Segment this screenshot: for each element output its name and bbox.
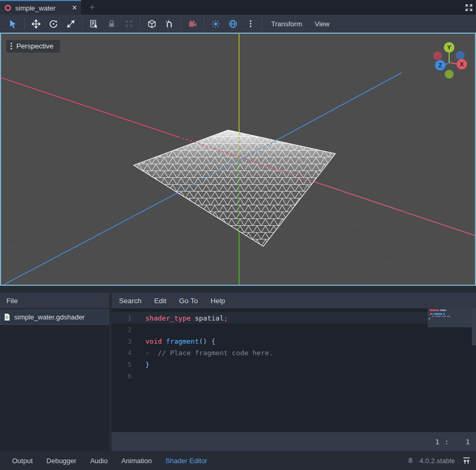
scene-tab[interactable]: simple_water × bbox=[0, 0, 81, 15]
tab-close-icon[interactable]: × bbox=[72, 4, 77, 12]
line-content: shader_type spatial; bbox=[132, 314, 228, 322]
code-lines: 1shader_type spatial;23void fragment() {… bbox=[112, 308, 476, 382]
caret-line: 1 bbox=[435, 438, 440, 446]
view-menu[interactable]: View bbox=[309, 17, 336, 31]
edit-menu[interactable]: Edit bbox=[148, 297, 173, 305]
line-number: 4 bbox=[112, 349, 132, 357]
toolbar-separator bbox=[262, 18, 262, 29]
perspective-menu[interactable]: Perspective bbox=[6, 40, 60, 53]
line-content: void fragment() { bbox=[132, 337, 215, 345]
extra-options-icon[interactable] bbox=[242, 17, 259, 31]
notification-bell-icon[interactable] bbox=[406, 457, 414, 465]
code-line[interactable]: 6 bbox=[112, 370, 476, 382]
search-menu[interactable]: Search bbox=[113, 297, 148, 305]
help-menu[interactable]: Help bbox=[204, 297, 232, 305]
code-line[interactable]: 5} bbox=[112, 358, 476, 370]
code-line[interactable]: 1shader_type spatial; bbox=[112, 312, 476, 324]
environment-icon[interactable] bbox=[224, 17, 242, 31]
tab-output[interactable]: Output bbox=[5, 457, 39, 465]
bottom-panel-bar: Output Debugger Audio Animation Shader E… bbox=[0, 451, 476, 470]
viewport-canvas[interactable]: Y X Z bbox=[1, 34, 475, 285]
toolbar-separator bbox=[181, 18, 181, 29]
code-line[interactable]: 2 bbox=[112, 324, 476, 335]
version-label: 4.0.2.stable bbox=[420, 457, 455, 465]
lock-icon[interactable] bbox=[103, 17, 120, 31]
editor-status-row: 1 : 1 bbox=[112, 432, 476, 451]
file-menu[interactable]: File bbox=[6, 297, 18, 305]
water-plane-mesh[interactable] bbox=[134, 130, 335, 246]
code-line[interactable]: 4» // Place fragment code here. bbox=[112, 347, 476, 358]
scene-tab-bar: simple_water × + bbox=[0, 0, 476, 15]
caret-separator: : bbox=[444, 438, 449, 446]
file-list-item[interactable]: simple_water.gdshader bbox=[0, 309, 109, 325]
editor-scrollbar[interactable] bbox=[472, 308, 476, 432]
shader-file-icon bbox=[3, 313, 11, 321]
scrollbar-grabber[interactable] bbox=[472, 308, 476, 345]
gizmo-x-label: X bbox=[460, 61, 464, 67]
spatial-toolbar: Transform View bbox=[0, 15, 476, 33]
shader-file-panel: File simple_water.gdshader bbox=[0, 293, 109, 451]
line-content: » // Place fragment code here. bbox=[132, 349, 273, 357]
scene-tab-label: simple_water bbox=[15, 4, 68, 12]
scene-icon bbox=[4, 4, 12, 12]
toolbar-separator bbox=[24, 18, 25, 29]
code-line[interactable]: 3void fragment() { bbox=[112, 335, 476, 347]
tab-animation[interactable]: Animation bbox=[114, 457, 158, 465]
file-menu-row: File bbox=[0, 293, 109, 308]
line-content: } bbox=[132, 361, 150, 368]
list-select-tool-icon[interactable] bbox=[85, 17, 103, 31]
camera-preview-icon[interactable] bbox=[184, 17, 201, 31]
gizmo-z-label: Z bbox=[439, 62, 442, 68]
fullscreen-icon[interactable] bbox=[464, 3, 473, 12]
scale-tool-icon[interactable] bbox=[62, 17, 80, 31]
sun-icon[interactable] bbox=[207, 17, 224, 31]
new-tab-button[interactable]: + bbox=[86, 0, 98, 15]
file-name: simple_water.gdshader bbox=[14, 313, 85, 321]
editor-menu-row: Search Edit Go To Help bbox=[112, 293, 476, 308]
rotate-tool-icon[interactable] bbox=[45, 17, 62, 31]
gizmo-negx-ball[interactable] bbox=[433, 52, 442, 61]
expand-bottom-panel-icon[interactable] bbox=[462, 456, 471, 465]
tab-audio[interactable]: Audio bbox=[83, 457, 114, 465]
line-number: 6 bbox=[112, 372, 132, 380]
viewport-3d[interactable]: Y X Z Perspective bbox=[0, 33, 476, 286]
line-number: 2 bbox=[112, 326, 132, 334]
group-icon[interactable] bbox=[120, 17, 137, 31]
orientation-gizmo[interactable]: Y X Z bbox=[433, 42, 468, 79]
line-number: 3 bbox=[112, 337, 132, 345]
gizmo-negy-ball[interactable] bbox=[445, 70, 454, 79]
select-tool-icon[interactable] bbox=[4, 17, 22, 31]
toolbar-separator bbox=[140, 18, 141, 29]
shader-editor-panel: Search Edit Go To Help 1shader_type spat… bbox=[112, 293, 476, 451]
caret-column: 1 bbox=[465, 438, 470, 446]
gizmo-negz-ball[interactable] bbox=[456, 51, 465, 60]
tab-shader-editor[interactable]: Shader Editor bbox=[158, 457, 214, 465]
code-editor[interactable]: 1shader_type spatial;23void fragment() {… bbox=[112, 308, 476, 432]
move-tool-icon[interactable] bbox=[27, 17, 45, 31]
toolbar-separator bbox=[204, 18, 204, 29]
gizmo-y-label: Y bbox=[447, 44, 451, 51]
line-number: 1 bbox=[112, 314, 132, 322]
toolbar-separator bbox=[82, 18, 83, 29]
viewport-menu-dots-icon bbox=[11, 43, 12, 49]
tab-debugger[interactable]: Debugger bbox=[39, 457, 83, 465]
perspective-label: Perspective bbox=[16, 42, 54, 50]
code-minimap[interactable] bbox=[428, 308, 472, 327]
line-number: 5 bbox=[112, 361, 132, 368]
transform-menu[interactable]: Transform bbox=[265, 17, 309, 31]
goto-menu[interactable]: Go To bbox=[173, 297, 204, 305]
snap-icon[interactable] bbox=[161, 17, 178, 31]
mesh-box-icon[interactable] bbox=[143, 17, 161, 31]
